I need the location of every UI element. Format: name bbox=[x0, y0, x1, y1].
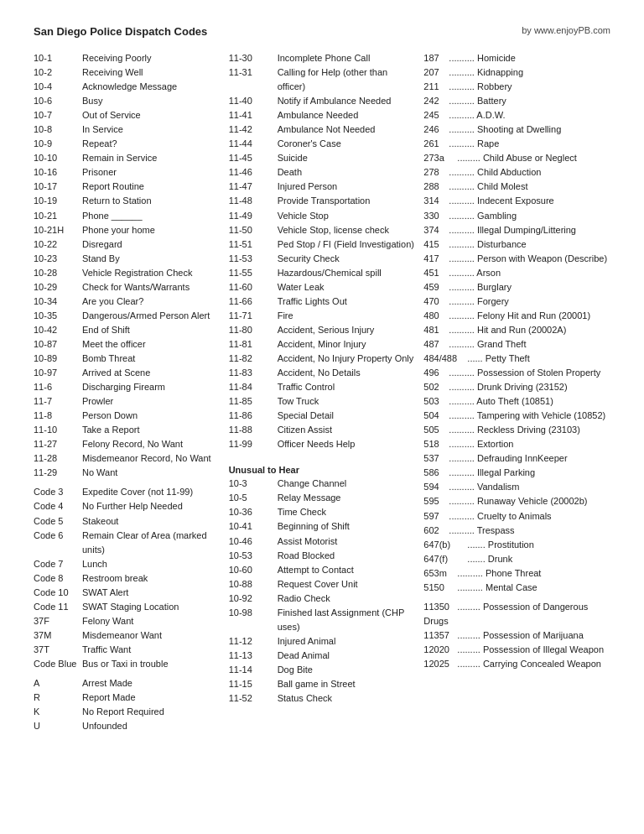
entry-text: 245.......... A.D.W. bbox=[423, 108, 505, 122]
entry-text: 246.......... Shooting at Dwelling bbox=[423, 122, 561, 137]
entry-desc: Fire bbox=[278, 309, 416, 323]
list-item: Code BlueBus or Taxi in trouble bbox=[34, 657, 221, 671]
entry-code: Code 3 bbox=[34, 485, 82, 499]
list-item: 12025......... Carrying Concealed Weapon bbox=[423, 657, 610, 671]
list-item: 647(f)....... Drunk bbox=[423, 552, 610, 566]
entry-code: 11-31 bbox=[229, 65, 278, 94]
list-item: 37FFelony Want bbox=[34, 614, 221, 628]
list-item: 11-53Security Check bbox=[229, 252, 416, 266]
entry-desc: In Service bbox=[82, 122, 221, 137]
entry-code: 10-19 bbox=[34, 194, 82, 208]
entry-desc: Stakeout bbox=[82, 514, 221, 529]
entry-code: 10-6 bbox=[34, 94, 82, 108]
list-item: 11-44Coroner's Case bbox=[229, 137, 416, 151]
entry-code: 10-7 bbox=[34, 108, 82, 122]
list-item: Code 7Lunch bbox=[34, 557, 221, 571]
entry-code: A bbox=[34, 676, 82, 691]
page-credit: by www.enjoyPB.com bbox=[522, 25, 610, 35]
entry-desc: Accident, No Injury Property Only bbox=[278, 352, 416, 366]
list-item: 10-3Change Channel bbox=[229, 477, 416, 491]
entry-text: 505.......... Reckless Driving (23103) bbox=[423, 423, 580, 437]
entry-desc: Incomplete Phone Call bbox=[278, 51, 416, 65]
entry-desc: Return to Station bbox=[82, 194, 221, 208]
list-item: 10-4Acknowledge Message bbox=[34, 80, 221, 94]
entry-text: 595.......... Runaway Vehicle (20002b) bbox=[423, 494, 587, 508]
list-item: 415.......... Disturbance bbox=[423, 237, 610, 252]
list-item: 211.......... Robbery bbox=[423, 80, 610, 94]
entry-desc: Dangerous/Armed Person Alert bbox=[82, 309, 221, 323]
entry-desc: Accident, Serious Injury bbox=[278, 323, 416, 337]
list-item: 504.......... Tampering with Vehicle (10… bbox=[423, 409, 610, 423]
entry-code: 10-97 bbox=[34, 366, 82, 380]
list-item: 10-92Radio Check bbox=[229, 592, 416, 606]
entry-code: 11-42 bbox=[229, 122, 278, 137]
entry-desc: Remain in Service bbox=[82, 151, 221, 165]
list-item: 10-42End of Shift bbox=[34, 323, 221, 337]
entry-desc: No Want bbox=[82, 466, 221, 480]
entry-desc: Vehicle Registration Check bbox=[82, 266, 221, 280]
entry-text: 481.......... Hit and Run (20002A) bbox=[423, 323, 566, 337]
list-item: 10-1Receiving Poorly bbox=[34, 51, 221, 65]
entry-desc: Report Made bbox=[82, 691, 221, 705]
entry-code: 11-27 bbox=[34, 437, 82, 451]
entry-text: 12025......... Carrying Concealed Weapon bbox=[423, 657, 601, 671]
entry-code: 10-8 bbox=[34, 122, 82, 137]
entry-code: 11-13 bbox=[229, 649, 278, 663]
entry-desc: Stand By bbox=[82, 252, 221, 266]
entry-text: 470.......... Forgery bbox=[423, 295, 509, 309]
entry-desc: Misdemeanor Want bbox=[82, 628, 221, 643]
entry-text: 187.......... Homicide bbox=[423, 51, 515, 65]
entry-code: Code 6 bbox=[34, 529, 82, 557]
list-item: 261.......... Rape bbox=[423, 137, 610, 151]
list-item: 278.......... Child Abduction bbox=[423, 165, 610, 180]
list-item: 207.......... Kidnapping bbox=[423, 65, 610, 80]
entry-code: R bbox=[34, 691, 82, 705]
list-item: 37TTraffic Want bbox=[34, 643, 221, 657]
entry-text: 496.......... Possession of Stolen Prope… bbox=[423, 366, 600, 380]
entry-code: 10-41 bbox=[229, 519, 278, 534]
entry-text: 273a......... Child Abuse or Neglect bbox=[423, 151, 576, 165]
entry-code: 11-81 bbox=[229, 337, 278, 352]
entry-text: 586.......... Illegal Parking bbox=[423, 466, 535, 480]
entry-text: 653m.......... Phone Threat bbox=[423, 566, 541, 581]
entry-code: 11-86 bbox=[229, 409, 278, 423]
entry-desc: No Further Help Needed bbox=[82, 499, 221, 513]
list-item: Code 3Expedite Cover (not 11-99) bbox=[34, 485, 221, 499]
entry-text: 330.......... Gambling bbox=[423, 209, 517, 223]
list-item: 10-7Out of Service bbox=[34, 108, 221, 122]
list-item: 10-28Vehicle Registration Check bbox=[34, 266, 221, 280]
list-item: 586.......... Illegal Parking bbox=[423, 466, 610, 480]
entry-code: 11-41 bbox=[229, 108, 278, 122]
entry-text: 480.......... Felony Hit and Run (20001) bbox=[423, 309, 590, 323]
list-item: 11-49Vehicle Stop bbox=[229, 209, 416, 223]
list-item: 10-35Dangerous/Armed Person Alert bbox=[34, 309, 221, 323]
list-item: 11-6Discharging Firearm bbox=[34, 380, 221, 394]
list-item: 10-36Time Check bbox=[229, 505, 416, 519]
entry-desc: Time Check bbox=[278, 505, 416, 519]
entry-code: 10-46 bbox=[229, 534, 278, 549]
entry-desc: Remain Clear of Area (marked units) bbox=[82, 529, 221, 557]
entry-text: 12020......... Possession of Illegal Wea… bbox=[423, 643, 604, 657]
list-item: AArrest Made bbox=[34, 676, 221, 691]
list-item: 10-89Bomb Threat bbox=[34, 352, 221, 366]
entry-desc: Request Cover Unit bbox=[278, 577, 416, 592]
list-item: 11-41Ambulance Needed bbox=[229, 108, 416, 122]
list-item: 11-29No Want bbox=[34, 466, 221, 480]
list-item: 11-66Traffic Lights Out bbox=[229, 295, 416, 309]
entry-code: K bbox=[34, 705, 82, 719]
list-item: 11-12Injured Animal bbox=[229, 634, 416, 649]
entry-text: 242.......... Battery bbox=[423, 94, 506, 108]
entry-code: 11-84 bbox=[229, 380, 278, 394]
list-item: 595.......... Runaway Vehicle (20002b) bbox=[423, 494, 610, 508]
entry-desc: Traffic Want bbox=[82, 643, 221, 657]
entry-code: 10-1 bbox=[34, 51, 82, 65]
entry-text: 451.......... Arson bbox=[423, 266, 501, 280]
list-item: 480.......... Felony Hit and Run (20001) bbox=[423, 309, 610, 323]
entry-desc: Assist Motorist bbox=[278, 534, 416, 549]
entry-code: 11-7 bbox=[34, 394, 82, 409]
entry-code: 11-45 bbox=[229, 151, 278, 165]
list-item: 10-10Remain in Service bbox=[34, 151, 221, 165]
entry-code: 10-29 bbox=[34, 280, 82, 295]
entry-text: 278.......... Child Abduction bbox=[423, 165, 541, 180]
entry-desc: Phone your home bbox=[82, 223, 221, 237]
